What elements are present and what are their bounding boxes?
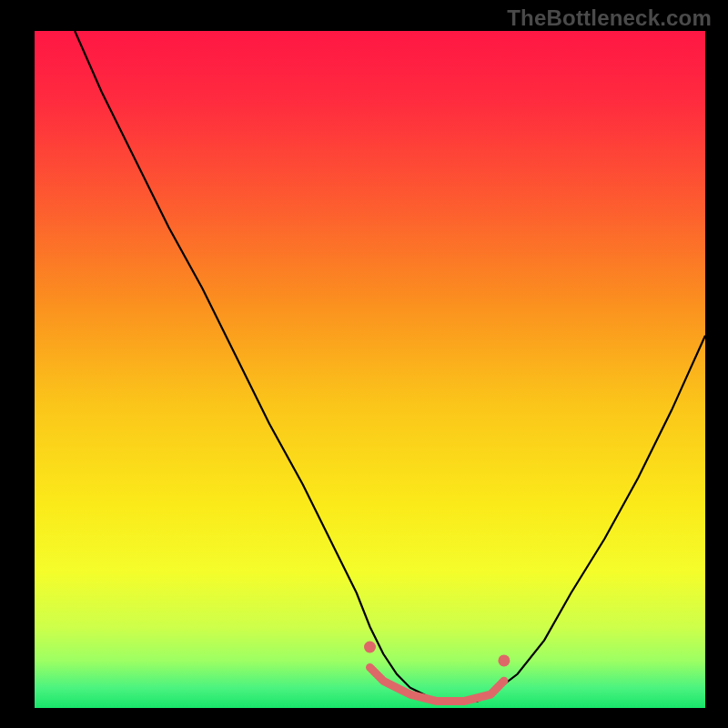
heat-gradient-bg <box>35 31 705 708</box>
watermark-text: TheBottleneck.com <box>507 5 712 31</box>
chart-stage: TheBottleneck.com <box>0 0 728 728</box>
valley-endpoint-dot <box>498 654 510 666</box>
plot-area <box>35 31 705 708</box>
chart-svg <box>0 0 728 728</box>
valley-endpoint-dot <box>364 642 376 653</box>
